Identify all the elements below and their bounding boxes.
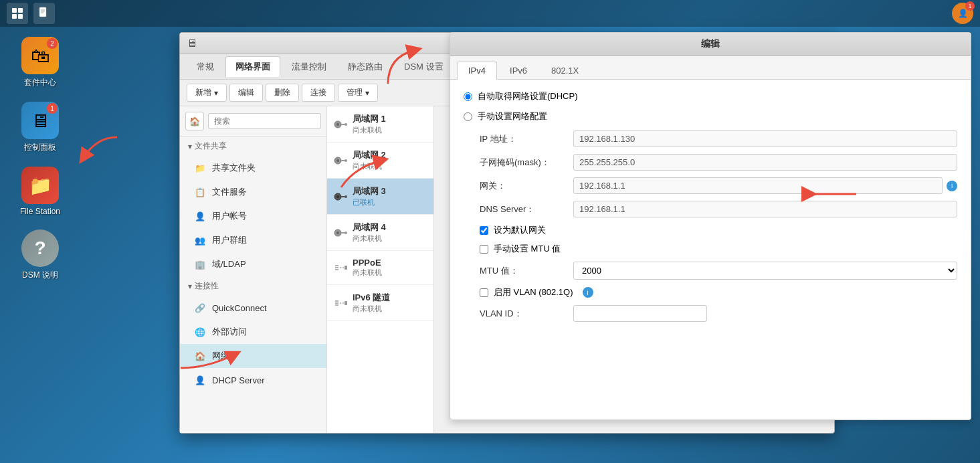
vlan-enable-checkbox[interactable] (480, 288, 488, 297)
user-avatar[interactable]: 👤 1 (952, 3, 973, 24)
package-center-badge: 2 (47, 38, 58, 49)
network-icon: 🏠 (193, 349, 207, 363)
add-label: 新增 (195, 87, 211, 98)
chevron-down-icon: ▾ (188, 142, 192, 151)
vlan-enable-label: 启用 VLAN (802.1Q) (494, 286, 573, 298)
edit-tabs: IPv4 IPv6 802.1X (450, 56, 971, 80)
dns-server-input[interactable] (573, 201, 957, 217)
svg-point-20 (345, 195, 347, 198)
desktop-icons-area: 🛍 2 套件中心 🖥 1 控制面板 📁 File Station ? D (13, 37, 67, 281)
domain-icon: 🏢 (193, 258, 207, 271)
tab-ipv4[interactable]: IPv4 (457, 62, 497, 80)
pppoe-status: 尚未联机 (353, 268, 428, 278)
svg-point-10 (336, 123, 339, 126)
lan1-icon (332, 116, 349, 132)
manage-label: 管理 (347, 87, 363, 98)
user-group-label: 用户群组 (212, 234, 247, 246)
svg-rect-4 (39, 7, 46, 17)
desktop: 👤 1 🛍 2 套件中心 🖥 1 控制面板 📁 (0, 0, 980, 463)
network-label: 网络 (212, 350, 229, 362)
sidebar-item-file-service[interactable]: 📋 文件服务 (180, 180, 326, 204)
quickconnect-icon: 🔗 (193, 301, 207, 314)
network-item-lan3[interactable]: 局域网 3 已联机 (327, 179, 433, 215)
network-item-ipv6-tunnel[interactable]: IPv6 隧道 尚未联机 (327, 285, 433, 321)
default-gateway-row: 设为默认网关 (464, 224, 957, 236)
svg-rect-1 (18, 8, 23, 13)
sidebar-item-user-group[interactable]: 👥 用户群组 (180, 228, 326, 252)
vlan-info-icon[interactable]: i (583, 287, 593, 298)
desktop-icon-file-station[interactable]: 📁 File Station (13, 167, 67, 216)
manual-label: 手动设置网络配置 (478, 110, 547, 122)
subnet-mask-row: 子网掩码(mask)： (464, 154, 957, 171)
delete-button[interactable]: 删除 (266, 84, 299, 102)
lan4-status: 尚未联机 (353, 234, 428, 244)
dns-server-label: DNS Server： (480, 203, 573, 215)
ip-address-row: IP 地址： (464, 130, 957, 147)
taskbar-document-button[interactable] (33, 3, 55, 24)
manage-dropdown-icon: ▾ (365, 88, 369, 98)
sidebar-item-quickconnect[interactable]: 🔗 QuickConnect (180, 296, 326, 320)
search-input[interactable] (208, 113, 321, 129)
sidebar-item-domain[interactable]: 🏢 域/LDAP (180, 252, 326, 276)
network-item-lan4[interactable]: 局域网 4 尚未联机 (327, 215, 433, 251)
sidebar-item-external-access[interactable]: 🌐 外部访问 (180, 320, 326, 344)
subnet-mask-input[interactable] (573, 154, 957, 171)
default-gateway-checkbox[interactable] (480, 226, 488, 235)
group-icon: 👥 (193, 234, 207, 247)
ipv6-tunnel-status: 尚未联机 (353, 304, 428, 314)
tab-dsm-settings[interactable]: DSM 设置 (394, 56, 454, 77)
package-center-label: 套件中心 (24, 77, 56, 88)
lan3-icon (332, 189, 349, 205)
add-button[interactable]: 新增 ▾ (187, 84, 227, 102)
tab-static-route[interactable]: 静态路由 (338, 56, 393, 77)
section-connectivity-label: 连接性 (195, 280, 219, 292)
manual-radio[interactable] (464, 112, 472, 121)
section-file-sharing-label: 文件共享 (195, 141, 227, 152)
sidebar-item-network[interactable]: 🏠 网络 (180, 344, 326, 368)
desktop-icon-dsm-help[interactable]: ? DSM 说明 (13, 229, 67, 281)
gateway-input[interactable] (573, 177, 943, 194)
desktop-icon-control-panel[interactable]: 🖥 1 控制面板 (13, 102, 67, 153)
network-item-lan1[interactable]: 局域网 1 尚未联机 (327, 106, 433, 143)
manual-mtu-row: 手动设置 MTU 值 (464, 243, 957, 255)
mtu-value-select[interactable]: 2000 1500 9000 (573, 262, 957, 280)
desktop-icon-package-center[interactable]: 🛍 2 套件中心 (13, 37, 67, 88)
manage-button[interactable]: 管理 ▾ (338, 84, 378, 102)
ip-address-input[interactable] (573, 130, 957, 147)
network-item-lan2[interactable]: 局域网 2 尚未联机 (327, 143, 433, 179)
vlan-row: 启用 VLAN (802.1Q) i (464, 286, 957, 298)
tab-traffic-control[interactable]: 流量控制 (282, 56, 336, 77)
sidebar-item-shared-folder[interactable]: 📁 共享文件夹 (180, 156, 326, 180)
dhcp-label: 自动取得网络设置(DHCP) (478, 90, 578, 102)
connect-label: 连接 (310, 87, 326, 98)
edit-button[interactable]: 编辑 (229, 84, 263, 102)
vlan-id-label: VLAN ID： (480, 308, 573, 320)
svg-point-16 (345, 159, 347, 162)
tab-network-interface[interactable]: 网络界面 (225, 56, 280, 77)
sidebar-home-button[interactable]: 🏠 (185, 112, 204, 130)
external-access-icon: 🌐 (193, 325, 207, 339)
ipv6-tunnel-info: IPv6 隧道 尚未联机 (353, 292, 428, 314)
control-panel-badge: 1 (47, 103, 58, 114)
network-item-pppoe[interactable]: PPPoE 尚未联机 (327, 251, 433, 285)
ipv6-tunnel-icon (332, 295, 349, 311)
sidebar-item-user-account[interactable]: 👤 用户帐号 (180, 204, 326, 228)
manual-mtu-checkbox[interactable] (480, 245, 488, 254)
section-connectivity: ▾ 连接性 (180, 276, 326, 296)
taskbar-grid-button[interactable] (7, 3, 28, 24)
vlan-id-input[interactable] (573, 305, 707, 322)
tab-ipv6[interactable]: IPv6 (498, 62, 538, 79)
folder-icon: 📁 (193, 161, 207, 175)
sidebar-item-dhcp-server[interactable]: 👤 DHCP Server (180, 368, 326, 392)
connect-button[interactable]: 连接 (302, 84, 335, 102)
tab-8021x[interactable]: 802.1X (540, 62, 590, 79)
tab-general[interactable]: 常规 (187, 56, 224, 77)
sidebar-search-area: 🏠 (180, 106, 326, 136)
lan2-info: 局域网 2 尚未联机 (353, 149, 428, 171)
dhcp-server-label: DHCP Server (212, 375, 265, 385)
dhcp-radio[interactable] (464, 92, 472, 101)
mtu-value-label: MTU 值： (480, 265, 573, 277)
lan1-name: 局域网 1 (353, 113, 428, 125)
gateway-info-icon[interactable]: i (947, 181, 957, 191)
svg-rect-29 (345, 266, 347, 270)
